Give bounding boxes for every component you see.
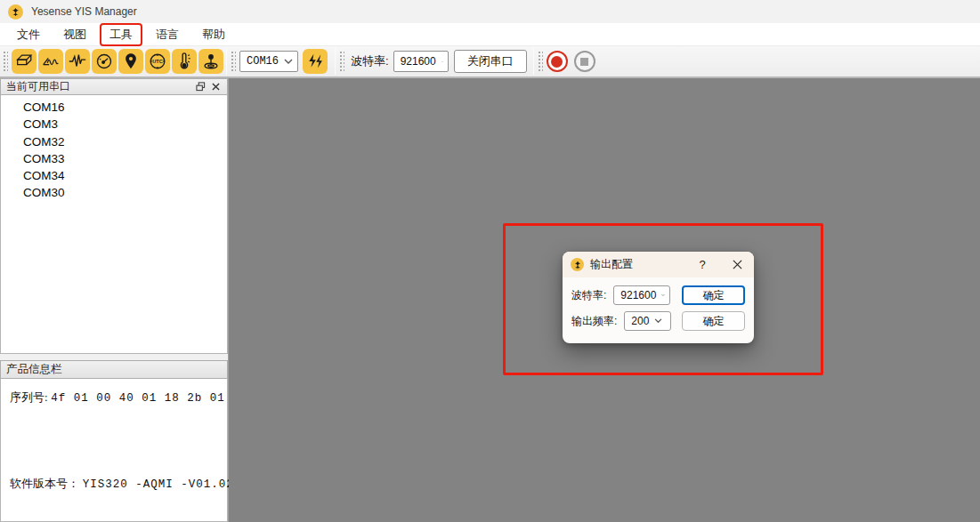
com-port-select[interactable]: COM16 <box>239 51 298 72</box>
frequency-ok-button[interactable]: 确定 <box>682 311 745 331</box>
serial-number-label: 序列号: <box>10 390 48 404</box>
com-port-value: COM16 <box>247 55 279 68</box>
app-window: Yesense YIS Manager 文件 视图 工具 语言 帮助 UTC <box>0 0 980 522</box>
dialog-baud-label: 波特率: <box>571 288 606 303</box>
port-list-item[interactable]: COM33 <box>1 150 227 167</box>
software-version-line: 软件版本号： YIS320 -AQMI -V01.02.03; <box>10 476 218 492</box>
utc-clock-button[interactable]: UTC <box>145 49 170 74</box>
3d-view-button[interactable] <box>12 49 36 74</box>
dialog-frequency-label: 输出频率: <box>571 314 617 329</box>
dialog-close-button[interactable] <box>725 255 749 275</box>
baud-rate-label: 波特率: <box>351 53 389 69</box>
toolbar: UTC COM16 波特率: 921600 关闭串口 <box>0 46 980 78</box>
chevron-down-icon <box>654 318 662 324</box>
dock-header: 当前可用串口 <box>0 78 228 95</box>
cube-3d-icon <box>14 52 34 71</box>
yesense-logo-icon <box>571 258 584 271</box>
utc-clock-icon: UTC <box>148 52 167 71</box>
app-body: 当前可用串口 COM16 COM3 COM32 COM33 COM34 COM3… <box>0 78 980 522</box>
dock-title: 当前可用串口 <box>6 79 193 94</box>
waveform-icon <box>68 52 87 71</box>
menu-language[interactable]: 语言 <box>146 23 189 46</box>
port-list-item[interactable]: COM16 <box>1 99 227 116</box>
dock-splitter[interactable] <box>0 354 228 360</box>
location-pin-icon <box>121 52 141 71</box>
port-list-item[interactable]: COM32 <box>1 133 227 150</box>
product-info-body: 序列号: 4f 01 00 40 01 18 2b 01 软件版本号： YIS3… <box>0 379 228 522</box>
dialog-baud-select[interactable]: 921600 <box>613 285 670 305</box>
record-button[interactable] <box>547 51 568 72</box>
close-icon <box>212 83 220 91</box>
thermometer-icon <box>174 52 194 71</box>
serial-number-line: 序列号: 4f 01 00 40 01 18 2b 01 <box>10 389 218 406</box>
close-panel-button[interactable] <box>208 80 223 93</box>
toolbar-separator <box>533 48 534 75</box>
stop-button[interactable] <box>574 51 595 72</box>
waveform-button[interactable] <box>65 49 90 74</box>
gauge-button[interactable] <box>92 49 117 74</box>
output-frequency-row: 输出频率: 200 确定 <box>571 311 745 331</box>
baud-rate-row: 波特率: 921600 确定 <box>571 285 745 305</box>
angle-wave-button[interactable] <box>38 49 63 74</box>
close-icon <box>733 260 742 269</box>
menu-bar: 文件 视图 工具 语言 帮助 <box>0 23 980 46</box>
baud-rate-value: 921600 <box>401 55 436 68</box>
stop-icon <box>580 58 588 66</box>
menu-file[interactable]: 文件 <box>7 23 50 46</box>
product-info-header: 产品信息栏 <box>0 360 228 379</box>
dialog-title: 输出配置 <box>590 257 692 272</box>
close-serial-port-button[interactable]: 关闭串口 <box>454 50 527 73</box>
chevron-down-icon <box>661 293 665 298</box>
svg-text:UTC: UTC <box>152 59 163 64</box>
menu-tools[interactable]: 工具 <box>100 23 142 46</box>
baud-rate-select[interactable]: 921600 <box>393 51 449 72</box>
port-list-item[interactable]: COM3 <box>1 116 227 133</box>
menu-help[interactable]: 帮助 <box>192 23 235 46</box>
workspace: 输出配置 ? 波特率: 921600 确定 <box>229 78 980 522</box>
dialog-frequency-value: 200 <box>631 315 649 327</box>
toolbar-grip[interactable] <box>231 50 236 73</box>
yesense-logo-icon <box>8 4 23 20</box>
window-title: Yesense YIS Manager <box>31 5 137 18</box>
port-list[interactable]: COM16 COM3 COM32 COM33 COM34 COM30 <box>0 95 228 354</box>
menu-view[interactable]: 视图 <box>53 23 96 46</box>
temperature-button[interactable] <box>172 49 197 74</box>
gauge-icon <box>94 52 114 71</box>
software-version-label: 软件版本号： <box>10 477 79 490</box>
toolbar-grip[interactable] <box>3 50 8 73</box>
refresh-ports-button[interactable] <box>303 49 328 74</box>
joystick-icon <box>201 52 221 71</box>
serial-number-value: 4f 01 00 40 01 18 2b 01 <box>51 392 225 405</box>
serial-port-dock: 当前可用串口 COM16 COM3 COM32 COM33 COM34 COM3… <box>0 78 229 522</box>
dialog-title-bar[interactable]: 输出配置 ? <box>563 252 754 277</box>
port-list-item[interactable]: COM34 <box>1 167 227 184</box>
toolbar-separator <box>226 48 227 75</box>
toolbar-grip[interactable] <box>339 50 344 73</box>
dialog-frequency-select[interactable]: 200 <box>624 311 671 331</box>
toolbar-grip[interactable] <box>538 50 543 73</box>
port-list-item[interactable]: COM30 <box>1 184 227 201</box>
chevron-down-icon <box>441 59 443 65</box>
dialog-help-button[interactable]: ? <box>692 255 713 275</box>
output-config-dialog: 输出配置 ? 波特率: 921600 确定 <box>563 252 754 343</box>
float-window-icon <box>196 82 206 92</box>
toolbar-separator <box>335 48 336 75</box>
title-bar: Yesense YIS Manager <box>0 0 980 23</box>
record-icon <box>551 56 563 68</box>
joystick-button[interactable] <box>198 49 223 74</box>
dialog-baud-value: 921600 <box>620 289 656 301</box>
gps-button[interactable] <box>118 49 143 74</box>
lightning-refresh-icon <box>306 52 324 70</box>
dialog-body: 波特率: 921600 确定 输出频率: 200 确定 <box>563 277 754 331</box>
angle-wave-icon <box>41 52 61 71</box>
product-info-title: 产品信息栏 <box>6 362 62 377</box>
float-panel-button[interactable] <box>193 80 208 93</box>
baud-ok-button[interactable]: 确定 <box>682 285 745 305</box>
chevron-down-icon <box>284 59 293 65</box>
